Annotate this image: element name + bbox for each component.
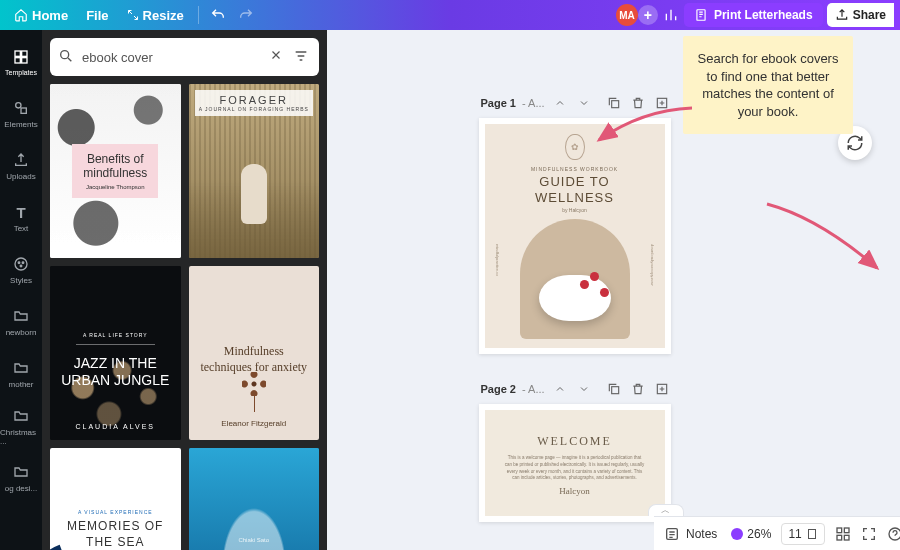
resize-button[interactable]: Resize: [119, 4, 192, 27]
notes-button[interactable]: Notes: [664, 526, 717, 542]
rail-label: og desi...: [5, 484, 37, 493]
chevron-up-icon[interactable]: [551, 94, 569, 112]
templates-icon: [12, 48, 30, 66]
search-icon: [58, 48, 76, 66]
svg-rect-14: [611, 387, 618, 394]
search-input[interactable]: [82, 50, 263, 65]
page-2[interactable]: WELCOME This is a welcome page — imagine…: [479, 404, 671, 522]
home-button[interactable]: Home: [6, 4, 76, 27]
rail-folder-mother[interactable]: mother: [0, 348, 42, 400]
template-card[interactable]: Benefits of mindfulness Jacqueline Thomp…: [50, 84, 181, 258]
redo-button[interactable]: [233, 2, 259, 28]
annotation-note: Search for ebook covers to find one that…: [683, 36, 853, 134]
svg-rect-3: [15, 58, 20, 63]
template-author: Eleanor Fitzgerald: [189, 419, 320, 428]
folder-icon: [12, 307, 30, 325]
rail-folder-newborn[interactable]: newborn: [0, 296, 42, 348]
resize-icon: [127, 9, 139, 21]
template-card[interactable]: A VISUAL EXPERIENCE MEMORIES OF THE SEA …: [50, 448, 181, 550]
rail-folder-og[interactable]: og desi...: [0, 452, 42, 504]
svg-rect-2: [22, 51, 27, 56]
add-page-button[interactable]: [653, 380, 671, 398]
page-signature: Halcyon: [505, 486, 645, 496]
template-card[interactable]: Chiaki Sato: [189, 448, 320, 550]
file-menu[interactable]: File: [78, 4, 116, 27]
side-text-left: mindfulpractice.co: [495, 244, 500, 276]
rail-label: mother: [9, 380, 34, 389]
share-button[interactable]: Share: [827, 3, 894, 27]
svg-point-11: [61, 51, 69, 59]
rail-label: Templates: [5, 69, 37, 76]
rail-text[interactable]: T Text: [0, 192, 42, 244]
help-button[interactable]: [887, 524, 900, 544]
template-title: JAZZ IN THE URBAN JUNGLE: [58, 355, 173, 387]
hero-image: [520, 219, 630, 339]
annotation-arrow-icon: [759, 198, 889, 278]
rail-label: newborn: [6, 328, 37, 337]
page-label[interactable]: Page 1: [481, 97, 516, 109]
rail-styles[interactable]: Styles: [0, 244, 42, 296]
template-subtitle: A JOURNAL ON FORAGING HERBS: [195, 106, 314, 112]
share-label: Share: [853, 8, 886, 22]
add-member-button[interactable]: +: [638, 5, 658, 25]
page-1[interactable]: MINDFULNESS WORKBOOK GUIDE TOWELLNESS by…: [479, 118, 671, 354]
svg-rect-6: [21, 108, 26, 113]
svg-point-10: [20, 265, 22, 267]
grid-view-button[interactable]: [835, 524, 851, 544]
svg-rect-21: [844, 535, 849, 540]
rail-label: Christmas ...: [0, 428, 42, 446]
template-search[interactable]: [50, 38, 319, 76]
page-title-1: GUIDE TO: [539, 174, 609, 189]
avatar-initials: MA: [619, 10, 635, 21]
resize-label: Resize: [143, 8, 184, 23]
canvas-area[interactable]: Page 1 - A... MINDFULNESS WORKBOOK GUIDE…: [327, 30, 900, 550]
template-pretitle: Chiaki Sato: [238, 527, 269, 543]
page-title: WELCOME: [505, 434, 645, 449]
page-count-button[interactable]: 11: [781, 523, 824, 545]
zoom-value[interactable]: 26%: [747, 527, 771, 541]
chevron-up-icon[interactable]: [551, 380, 569, 398]
duplicate-page-button[interactable]: [605, 380, 623, 398]
insights-button[interactable]: [658, 2, 684, 28]
text-icon: T: [12, 203, 30, 221]
top-toolbar: Home File Resize MA + Print Letterheads …: [0, 0, 900, 30]
template-card[interactable]: Mindfulness techniques for anxiety Elean…: [189, 266, 320, 440]
rail-folder-christmas[interactable]: Christmas ...: [0, 400, 42, 452]
svg-point-22: [889, 528, 900, 540]
elements-icon: [12, 99, 30, 117]
template-title: Mindfulness techniques for anxiety: [189, 330, 320, 375]
avatar[interactable]: MA: [616, 4, 638, 26]
filter-icon[interactable]: [293, 48, 311, 66]
side-text-right: downloadyourcopy.now: [650, 244, 655, 286]
print-icon: [694, 8, 708, 22]
page-byline: by Halcyon: [485, 207, 665, 213]
template-card[interactable]: A REAL LIFE STORY JAZZ IN THE URBAN JUNG…: [50, 266, 181, 440]
template-card[interactable]: FORAGER A JOURNAL ON FORAGING HERBS: [189, 84, 320, 258]
uploads-icon: [12, 151, 30, 169]
page-label[interactable]: Page 2: [481, 383, 516, 395]
svg-point-9: [22, 262, 24, 264]
folder-icon: [12, 407, 30, 425]
svg-point-8: [18, 262, 20, 264]
rail-uploads[interactable]: Uploads: [0, 140, 42, 192]
template-pretitle: A VISUAL EXPERIENCE: [58, 509, 173, 515]
rail-elements[interactable]: Elements: [0, 88, 42, 140]
clear-search-icon[interactable]: [269, 48, 287, 66]
page-count: 11: [788, 527, 801, 541]
rail-label: Styles: [10, 276, 32, 285]
annotation-arrow-icon: [587, 100, 697, 150]
notes-label: Notes: [686, 527, 717, 541]
template-title: Benefits of mindfulness: [78, 152, 152, 180]
delete-page-button[interactable]: [629, 380, 647, 398]
svg-rect-20: [837, 535, 842, 540]
svg-point-5: [16, 103, 21, 108]
chevron-down-icon[interactable]: [575, 380, 593, 398]
rail-templates[interactable]: Templates: [0, 36, 42, 88]
print-letterheads-button[interactable]: Print Letterheads: [684, 3, 823, 27]
page-drawer-toggle[interactable]: ︿: [648, 504, 684, 516]
page-label-suffix: - A...: [522, 97, 545, 109]
svg-rect-18: [837, 528, 842, 533]
undo-button[interactable]: [205, 2, 231, 28]
fullscreen-button[interactable]: [861, 524, 877, 544]
svg-rect-4: [22, 58, 27, 63]
